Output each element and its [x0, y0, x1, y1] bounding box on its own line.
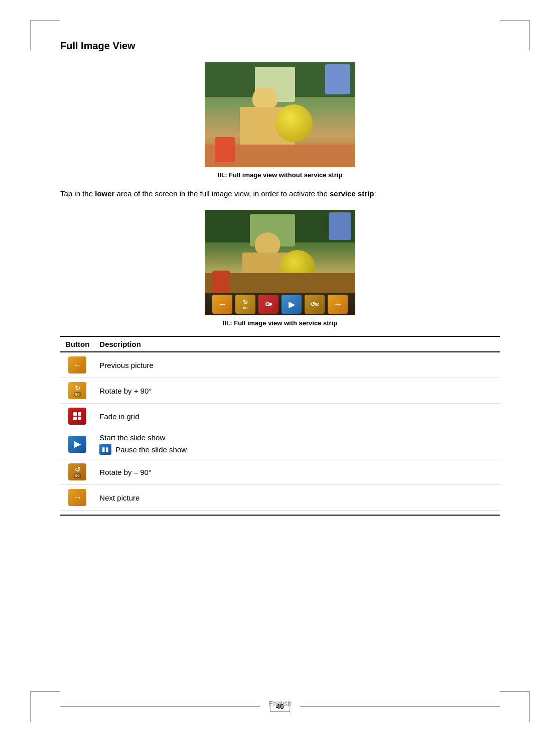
- svg-rect-0: [73, 412, 77, 416]
- button-icon-cell: [60, 404, 94, 429]
- border-line: [30, 691, 60, 692]
- service-strip: ← ↻90 ⚩ ▶ ↺90 →: [205, 293, 355, 315]
- illustration-1: [205, 62, 355, 167]
- rotate-minus-button-icon: ↺ 90: [68, 463, 86, 480]
- table-row: ↻ 90 Rotate by + 90°: [60, 378, 500, 404]
- grid-strip-button[interactable]: ⚩: [258, 295, 278, 314]
- previous-button-icon: ←: [68, 356, 86, 374]
- table-row: ▶ Start the slide show ▮▮ Pause the slid…: [60, 429, 500, 459]
- illustration-2-caption: Ill.: Full image view with service strip: [60, 319, 500, 327]
- page-title: Full Image View: [60, 40, 500, 52]
- button-icon-cell: ↻ 90: [60, 378, 94, 404]
- table-row: ↺ 90 Rotate by – 90°: [60, 459, 500, 485]
- next-strip-button[interactable]: →: [328, 295, 348, 314]
- table-row: ← Previous picture: [60, 352, 500, 378]
- prev-strip-button[interactable]: ←: [212, 295, 232, 314]
- button-icon-cell: ▶: [60, 429, 94, 459]
- illustration-2-container: ← ↻90 ⚩ ▶ ↺90 →: [60, 210, 500, 315]
- rotate-right-strip-button[interactable]: ↺90: [305, 295, 325, 314]
- illustration-1-caption: Ill.: Full image view without service st…: [60, 171, 500, 179]
- description-cell: Rotate by + 90°: [94, 378, 500, 404]
- border-line: [30, 20, 60, 21]
- pause-row-content: ▮▮ Pause the slide show: [99, 444, 495, 455]
- rotate-left-strip-button[interactable]: ↻90: [235, 295, 255, 314]
- pause-description: Pause the slide show: [115, 445, 187, 454]
- body-text-part1: Tap in the: [60, 189, 95, 198]
- description-cell: Start the slide show ▮▮ Pause the slide …: [94, 429, 500, 459]
- border-line: [529, 20, 530, 50]
- grid-icon: [72, 411, 82, 421]
- table-row: → Next picture: [60, 485, 500, 511]
- button-description-table: Button Description ← Previous picture ↻ …: [60, 336, 500, 516]
- next-button-icon: →: [68, 489, 86, 506]
- play-strip-button[interactable]: ▶: [282, 295, 302, 314]
- grid-button-icon: [68, 408, 86, 425]
- border-line: [500, 691, 530, 692]
- body-text-bold2: service strip: [330, 189, 374, 198]
- illustration-2: ← ↻90 ⚩ ▶ ↺90 →: [205, 210, 355, 315]
- footer-line-left: [60, 706, 260, 707]
- body-text-part2: area of the screen in the full image vie…: [114, 189, 330, 198]
- body-text-part3: :: [374, 189, 376, 198]
- footer-line-right: [300, 706, 500, 707]
- description-cell: Previous picture: [94, 352, 500, 378]
- svg-rect-1: [78, 412, 81, 416]
- footer-language: English: [268, 700, 292, 708]
- body-text-bold1: lower: [95, 189, 114, 198]
- button-icon-cell: →: [60, 485, 94, 511]
- col-button-header: Button: [60, 336, 94, 352]
- border-line: [30, 20, 31, 50]
- table-footer-cell: [60, 511, 500, 516]
- description-cell: Fade in grid: [94, 404, 500, 429]
- svg-rect-2: [73, 417, 77, 420]
- table-row: Fade in grid: [60, 404, 500, 429]
- svg-rect-3: [78, 417, 81, 420]
- button-icon-cell: ↺ 90: [60, 459, 94, 485]
- body-text: Tap in the lower area of the screen in t…: [60, 188, 500, 200]
- play-button-icon: ▶: [68, 436, 86, 453]
- border-line: [500, 20, 530, 21]
- table-footer-row: [60, 511, 500, 516]
- rotate-plus-button-icon: ↻ 90: [68, 382, 86, 399]
- description-cell: Rotate by – 90°: [94, 459, 500, 485]
- col-description-header: Description: [94, 336, 500, 352]
- description-cell: Next picture: [94, 485, 500, 511]
- illustration-1-container: [60, 62, 500, 167]
- play-description: Start the slide show: [99, 433, 165, 442]
- button-icon-cell: ←: [60, 352, 94, 378]
- pause-button-icon: ▮▮: [99, 444, 111, 455]
